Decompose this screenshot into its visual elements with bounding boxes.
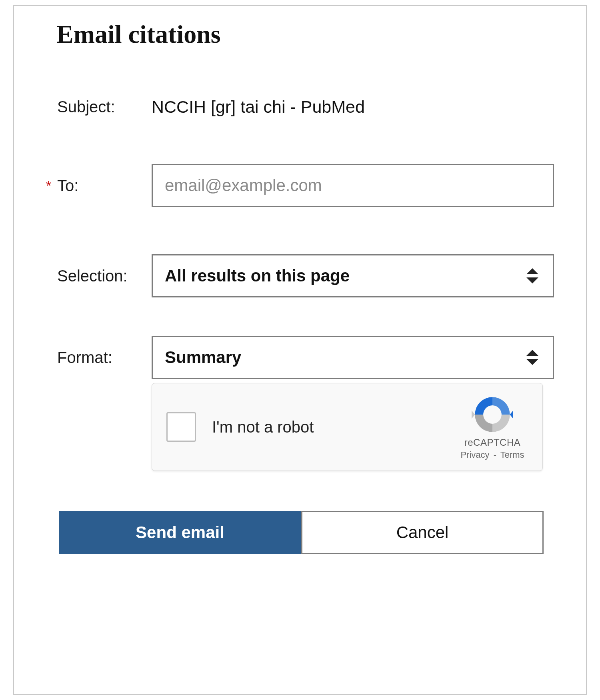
subject-value: NCCIH [gr] tai chi - PubMed [152, 97, 554, 117]
chevron-down-icon [526, 277, 538, 283]
selection-label: Selection: [57, 267, 152, 285]
recaptcha-widget: I'm not a robot [152, 383, 543, 471]
action-row: Send email Cancel [46, 511, 554, 554]
recaptcha-label: I'm not a robot [212, 418, 454, 436]
row-to: * To: [46, 164, 554, 207]
recaptcha-legal: Privacy - Terms [460, 450, 524, 460]
cancel-button[interactable]: Cancel [301, 511, 544, 554]
chevron-up-icon [526, 268, 538, 274]
to-label: To: [57, 177, 152, 195]
sort-icon [526, 268, 539, 283]
chevron-up-icon [526, 350, 538, 356]
row-recaptcha: I'm not a robot [46, 383, 554, 471]
svg-marker-1 [472, 411, 475, 419]
recaptcha-icon [472, 394, 513, 435]
email-citations-panel: Email citations Subject: NCCIH [gr] tai … [13, 5, 587, 695]
format-value: Summary [165, 348, 241, 367]
recaptcha-terms-link[interactable]: Terms [500, 450, 524, 460]
required-marker: * [46, 179, 56, 192]
send-email-button[interactable]: Send email [59, 511, 301, 554]
format-label: Format: [57, 349, 152, 367]
to-input[interactable] [152, 164, 554, 207]
svg-marker-0 [510, 411, 513, 419]
format-select[interactable]: Summary [152, 336, 554, 379]
chevron-down-icon [526, 359, 538, 365]
selection-value: All results on this page [165, 266, 350, 285]
recaptcha-branding: reCAPTCHA Privacy - Terms [454, 394, 530, 460]
recaptcha-privacy-link[interactable]: Privacy [460, 450, 489, 460]
separator: - [494, 450, 496, 460]
selection-select[interactable]: All results on this page [152, 254, 554, 297]
page-title: Email citations [56, 20, 554, 49]
row-format: Format: Summary [46, 336, 554, 379]
recaptcha-checkbox[interactable] [166, 412, 196, 442]
row-selection: Selection: All results on this page [46, 254, 554, 297]
row-subject: Subject: NCCIH [gr] tai chi - PubMed [46, 97, 554, 117]
sort-icon [526, 350, 539, 365]
recaptcha-brand-text: reCAPTCHA [464, 437, 521, 448]
subject-label: Subject: [57, 98, 152, 116]
